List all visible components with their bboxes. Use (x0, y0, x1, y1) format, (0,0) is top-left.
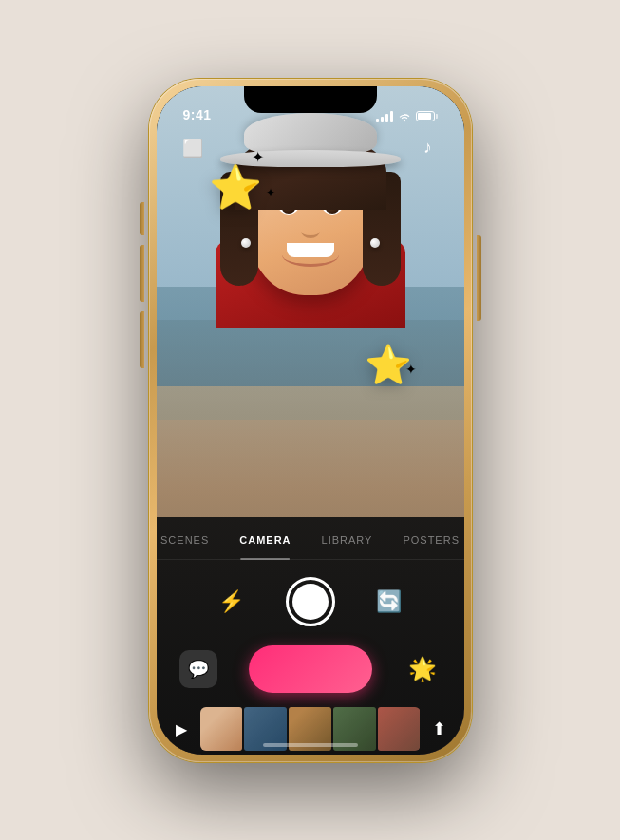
top-overlay: ⬜ ♪ (157, 134, 464, 162)
signal-icon (376, 111, 393, 122)
share-icon: ⬆ (432, 719, 446, 739)
camera-controls-row: ⚡ 🔄 (157, 560, 464, 638)
music-icon: ♪ (423, 138, 432, 158)
flip-camera-icon: 🔄 (376, 589, 402, 614)
notch (244, 86, 377, 113)
face (249, 153, 372, 295)
effects-star-icon: 🌟 (408, 656, 437, 682)
tab-scenes[interactable]: SCENES (157, 531, 225, 550)
earring-right (370, 238, 380, 248)
tab-posters[interactable]: POSTERS (387, 531, 463, 550)
volume-down-button[interactable] (140, 311, 144, 368)
teeth (287, 243, 334, 257)
music-button[interactable]: ♪ (411, 134, 445, 162)
flash-button[interactable]: ⚡ (216, 586, 248, 618)
home-indicator (263, 743, 358, 747)
shutter-button[interactable] (286, 577, 335, 626)
power-button[interactable] (477, 235, 481, 321)
mute-button[interactable] (140, 202, 144, 235)
effects-button[interactable]: 🌟 (404, 650, 442, 688)
record-row: 💬 🌟 (157, 638, 464, 704)
app-screen: ⭐ ✦ ✦ ⭐ ✦ (157, 86, 464, 755)
wifi-icon (398, 111, 411, 122)
clip-5[interactable] (378, 707, 421, 751)
layers-button[interactable]: ⬜ (176, 134, 210, 162)
earring-left (241, 238, 251, 248)
battery-icon (416, 111, 438, 121)
speech-button[interactable]: 💬 (179, 650, 217, 688)
clip-1[interactable] (200, 707, 243, 751)
clip-strip: ▶ ⬆ (157, 704, 464, 755)
status-time: 9:41 (183, 107, 212, 122)
tab-bar: SCENES CAMERA LIBRARY POSTERS (157, 517, 464, 560)
volume-up-button[interactable] (140, 245, 144, 302)
phone-screen: ⭐ ✦ ✦ ⭐ ✦ (157, 86, 464, 755)
star-emoji-left: ⭐ (209, 162, 262, 213)
sparkle-3: ✦ (405, 362, 417, 377)
play-button[interactable]: ▶ (168, 716, 195, 742)
shutter-inner (292, 584, 329, 620)
play-icon: ▶ (176, 720, 187, 738)
mouth (282, 243, 339, 267)
status-icons (376, 111, 438, 122)
bottom-controls: SCENES CAMERA LIBRARY POSTERS ⚡ 🔄 (157, 517, 464, 755)
nose (301, 224, 320, 238)
share-button[interactable]: ⬆ (426, 716, 453, 742)
tab-library[interactable]: LIBRARY (307, 531, 388, 550)
record-button[interactable] (249, 645, 372, 693)
flip-camera-button[interactable]: 🔄 (373, 586, 405, 618)
flash-icon: ⚡ (218, 589, 244, 614)
tab-camera[interactable]: CAMERA (224, 531, 306, 550)
phone-device: ⭐ ✦ ✦ ⭐ ✦ (149, 79, 472, 762)
status-bar: 9:41 (157, 86, 464, 128)
sparkle-2: ✦ (266, 186, 275, 199)
layers-icon: ⬜ (182, 138, 203, 159)
speech-icon: 💬 (188, 659, 209, 680)
